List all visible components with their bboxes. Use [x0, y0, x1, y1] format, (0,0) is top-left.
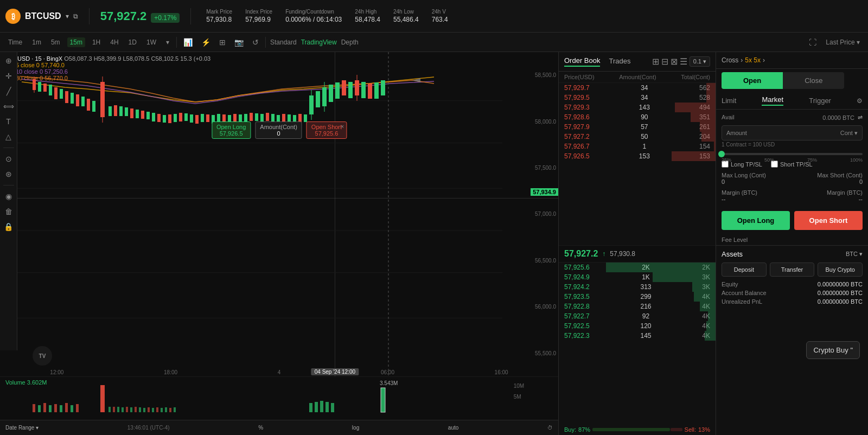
crosshair-tool[interactable]: ✛: [5, 72, 12, 80]
ob-bid-row[interactable]: 57,922.7924K: [559, 311, 716, 321]
symbol-area[interactable]: ₿ BTCUSD ▾ ⧉: [5, 9, 78, 24]
ob-ask-row[interactable]: 57,929.3143494: [559, 103, 716, 112]
expand-icon[interactable]: ⛶: [807, 37, 819, 48]
amount-slider[interactable]: 25%50%75%100%: [722, 153, 863, 155]
time-btn-1w[interactable]: 1W: [144, 37, 159, 47]
ob-ask-row[interactable]: 57,927.250204: [559, 132, 716, 142]
measure-tool[interactable]: ⟺: [3, 102, 14, 111]
ob-view-bids[interactable]: ⊠: [671, 56, 678, 67]
time-btn-15m[interactable]: 15m: [67, 37, 85, 47]
chart-area[interactable]: BTCUSD · 15 · BingX O58,087.3 H58,399.9 …: [0, 52, 558, 376]
lock-tool[interactable]: 🔒: [4, 222, 13, 231]
cursor-tool[interactable]: ⊕: [5, 56, 12, 65]
svg-rect-80: [49, 405, 52, 412]
percent-btn[interactable]: %: [258, 425, 263, 431]
svg-rect-14: [71, 93, 74, 104]
svg-rect-56: [298, 114, 302, 122]
line-tool[interactable]: ╱: [7, 87, 11, 95]
last-price-btn[interactable]: Last Price ▾: [823, 37, 863, 47]
ob-ask-row[interactable]: 57,929.734562: [559, 83, 716, 93]
svg-rect-28: [146, 112, 150, 119]
open-button[interactable]: Open: [722, 72, 783, 89]
ob-view-asks[interactable]: ⊟: [661, 56, 668, 67]
ob-ask-row[interactable]: 57,927.957261: [559, 122, 716, 132]
time-btn-1m[interactable]: 1m: [29, 37, 44, 47]
buy-crypto-button[interactable]: Buy Crypto: [818, 263, 863, 277]
log-btn[interactable]: log: [352, 425, 359, 431]
ob-bid-row[interactable]: 57,922.31454K: [559, 331, 716, 341]
svg-rect-23: [119, 106, 123, 116]
slider-area: 25%50%75%100%: [722, 152, 863, 156]
transfer-button[interactable]: Transfer: [770, 263, 815, 277]
svg-rect-39: [206, 114, 209, 122]
eye-tool[interactable]: ◉: [5, 192, 12, 201]
svg-rect-48: [255, 113, 258, 121]
time-btn-more[interactable]: ▾: [163, 37, 172, 47]
ob-decimal-selector[interactable]: 0.1 ▾: [690, 56, 710, 67]
auto-btn[interactable]: auto: [448, 425, 458, 431]
amount-input[interactable]: [747, 129, 840, 137]
magnet-tool[interactable]: ⊛: [5, 170, 12, 178]
tab-trigger[interactable]: Trigger: [809, 97, 831, 105]
ob-view-alt[interactable]: ☰: [680, 56, 687, 67]
date-range-btn[interactable]: Date Range ▾: [5, 425, 39, 431]
mark-price-value: 57,930.8: [206, 16, 232, 23]
buy-percentage-label: Buy:: [564, 426, 576, 433]
templates-icon[interactable]: ⊞: [217, 37, 228, 48]
ob-bid-row[interactable]: 57,922.51204K: [559, 321, 716, 331]
copy-icon[interactable]: ⧉: [73, 12, 78, 20]
ob-bid-row[interactable]: 57,922.82164K: [559, 302, 716, 311]
screenshot-icon[interactable]: 📷: [232, 37, 246, 48]
amount-input-box[interactable]: Amount Cont ▾: [722, 125, 863, 140]
ob-bid-row[interactable]: 57,925.62K2K: [559, 263, 716, 272]
deposit-button[interactable]: Deposit: [722, 263, 767, 277]
open-short-button[interactable]: Open Short: [794, 211, 863, 230]
ob-bid-row[interactable]: 57,924.23133K: [559, 282, 716, 292]
amount-unit[interactable]: Cont ▾: [840, 130, 858, 137]
svg-rect-81: [54, 404, 57, 412]
ob-ask-row[interactable]: 57,928.690351: [559, 112, 716, 122]
trash-tool[interactable]: 🗑: [5, 207, 12, 216]
view-standard[interactable]: Standard: [270, 39, 297, 46]
ob-ask-row[interactable]: 57,926.5153153: [559, 151, 716, 161]
crypto-buy-popup[interactable]: Crypto Buy ": [806, 341, 860, 359]
svg-text:3.543M: 3.543M: [380, 380, 398, 386]
time-btn-4h[interactable]: 4H: [107, 37, 121, 47]
svg-rect-95: [143, 408, 145, 412]
transfer-icon[interactable]: ⇌: [858, 114, 863, 121]
text-tool[interactable]: T: [6, 117, 11, 126]
close-button[interactable]: Close: [783, 72, 844, 89]
tab-market[interactable]: Market: [762, 95, 783, 106]
view-depth[interactable]: Depth: [341, 39, 359, 46]
position-tooltip: Open Long 57,926.5 Amount(Cont) 0 Open S…: [212, 121, 347, 139]
time-btn-5m[interactable]: 5m: [48, 37, 63, 47]
ob-bid-row[interactable]: 57,924.91K3K: [559, 272, 716, 282]
close-tooltip-icon[interactable]: ×: [341, 123, 344, 130]
ob-ask-row[interactable]: 57,926.71154: [559, 142, 716, 151]
assets-currency-selector[interactable]: BTC ▾: [846, 251, 863, 258]
svg-rect-47: [250, 113, 253, 121]
ob-view-both[interactable]: ⊞: [652, 56, 659, 67]
refresh-icon[interactable]: ↺: [250, 37, 261, 48]
view-tradingview[interactable]: TradingView: [301, 39, 337, 46]
open-long-button[interactable]: Open Long: [722, 211, 790, 230]
ob-ask-row[interactable]: 57,929.534528: [559, 93, 716, 103]
ob-tab-trades[interactable]: Trades: [609, 57, 630, 66]
slider-thumb[interactable]: [718, 151, 725, 157]
time-btn-time[interactable]: Time: [5, 37, 25, 47]
leverage-value[interactable]: 5x 5x: [745, 56, 761, 64]
ob-bid-rows: 57,925.62K2K57,924.91K3K57,924.23133K57,…: [559, 263, 716, 425]
ob-bid-row[interactable]: 57,923.52994K: [559, 292, 716, 302]
tab-limit[interactable]: Limit: [722, 97, 736, 105]
svg-rect-78: [38, 405, 41, 412]
symbol-dropdown-arrow[interactable]: ▾: [66, 12, 69, 20]
indicators-icon[interactable]: ⚡: [199, 37, 213, 48]
svg-rect-82: [60, 405, 62, 412]
time-btn-1h[interactable]: 1H: [90, 37, 103, 47]
chart-type-icon[interactable]: 📊: [181, 37, 195, 48]
order-settings-icon[interactable]: ⚙: [857, 97, 863, 105]
time-btn-1d[interactable]: 1D: [126, 37, 139, 47]
shapes-tool[interactable]: △: [5, 132, 11, 141]
zoom-tool[interactable]: ⊙: [5, 155, 12, 163]
ob-tab-orderbook[interactable]: Order Book: [564, 56, 600, 67]
